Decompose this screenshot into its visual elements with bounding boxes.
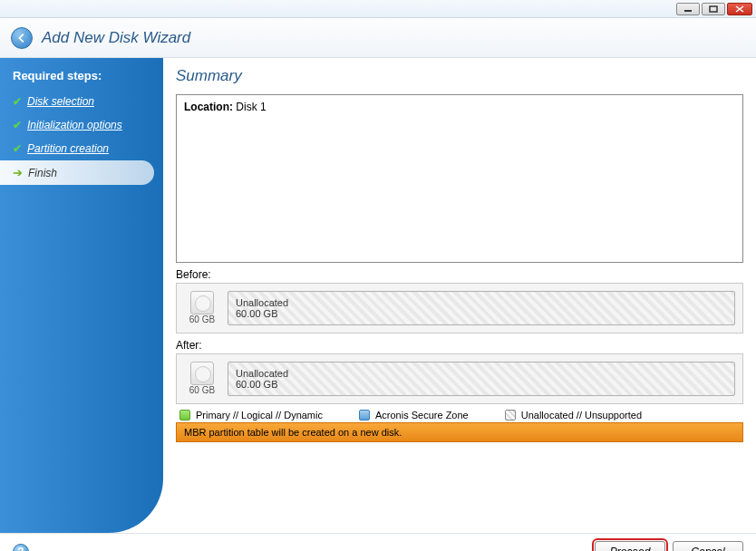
step-initialization-options[interactable]: ✔ Initialization options [0, 113, 163, 137]
partition-name: Unallocated [236, 368, 727, 379]
legend-label: Acronis Secure Zone [375, 410, 469, 420]
partition-size: 60.00 GB [236, 379, 727, 390]
step-disk-selection[interactable]: ✔ Disk selection [0, 90, 163, 113]
disk-size: 60 GB [189, 385, 215, 395]
step-label: Partition creation [27, 142, 109, 155]
step-finish[interactable]: ➔ Finish [0, 160, 154, 185]
help-button[interactable]: ? [13, 544, 29, 552]
step-label: Initialization options [27, 119, 122, 131]
wizard-title: Add New Disk Wizard [42, 29, 190, 47]
swatch-hatch-icon [505, 410, 516, 420]
after-panel: 60 GB Unallocated 60.00 GB [176, 353, 743, 404]
partition-bar[interactable]: Unallocated 60.00 GB [228, 362, 735, 396]
main-content: Summary Location: Disk 1 Before: 60 GB U… [163, 58, 756, 533]
legend-unallocated: Unallocated // Unsupported [505, 410, 642, 420]
disk-size: 60 GB [189, 314, 215, 324]
disk-icon-column: 60 GB [184, 362, 220, 396]
cancel-button[interactable]: Cancel [673, 541, 743, 552]
check-icon: ✔ [13, 142, 22, 155]
back-button[interactable] [11, 27, 33, 49]
header: Add New Disk Wizard [0, 18, 756, 58]
location-label: Location: [184, 101, 233, 113]
check-icon: ✔ [13, 119, 22, 131]
arrow-left-icon [15, 32, 28, 44]
step-partition-creation[interactable]: ✔ Partition creation [0, 137, 163, 160]
disk-icon [190, 362, 214, 385]
maximize-button[interactable] [702, 3, 725, 15]
footer: ? Proceed Cancel [0, 533, 756, 551]
step-label: Disk selection [27, 95, 94, 108]
before-label: Before: [176, 268, 743, 281]
location-value: Disk 1 [236, 101, 266, 113]
legend-acronis: Acronis Secure Zone [359, 410, 469, 420]
legend-label: Primary // Logical // Dynamic [196, 410, 323, 420]
arrow-right-icon: ➔ [13, 166, 23, 179]
svg-rect-1 [710, 6, 717, 12]
sidebar: Required steps: ✔ Disk selection ✔ Initi… [0, 58, 163, 533]
partition-size: 60.00 GB [236, 308, 727, 319]
sidebar-header: Required steps: [0, 65, 163, 90]
step-label: Finish [28, 167, 57, 179]
titlebar [0, 0, 756, 18]
close-button[interactable] [727, 3, 752, 15]
status-bar: MBR partition table will be created on a… [176, 422, 743, 442]
partition-bar[interactable]: Unallocated 60.00 GB [228, 291, 735, 325]
swatch-green-icon [179, 410, 190, 420]
proceed-button[interactable]: Proceed [595, 541, 665, 552]
check-icon: ✔ [13, 95, 22, 108]
after-label: After: [176, 339, 743, 352]
swatch-blue-icon [359, 410, 370, 420]
location-box: Location: Disk 1 [176, 94, 743, 263]
disk-icon-column: 60 GB [184, 291, 220, 325]
page-title: Summary [176, 67, 743, 85]
partition-name: Unallocated [236, 297, 727, 308]
legend-label: Unallocated // Unsupported [521, 410, 642, 420]
minimize-button[interactable] [676, 3, 700, 15]
before-panel: 60 GB Unallocated 60.00 GB [176, 283, 743, 334]
legend-primary: Primary // Logical // Dynamic [179, 410, 323, 420]
disk-icon [190, 291, 214, 314]
legend: Primary // Logical // Dynamic Acronis Se… [176, 404, 743, 422]
